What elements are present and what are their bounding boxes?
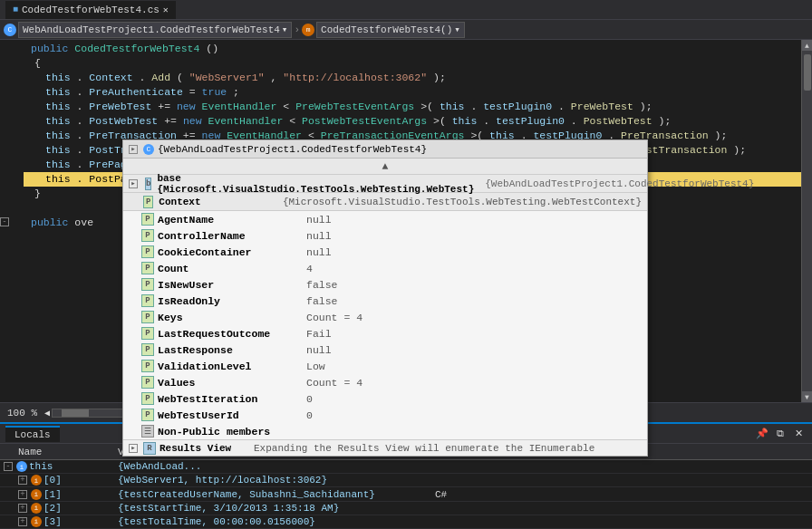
file-tab[interactable]: ■ CodedTestforWebTest4.cs ✕ (5, 1, 176, 19)
intellisense-path-text: {WebAndLoadTestProject1.CodedTestforWebT… (158, 144, 427, 155)
row3-value: {testTotalTime, 00:00:00.0156000} (118, 516, 435, 527)
row3-expand[interactable]: + (18, 517, 27, 526)
row1-icon: i (31, 489, 42, 500)
locals-row-0[interactable]: + i [0] {WebServer1, http://localhost:30… (0, 474, 812, 487)
title-bar: ■ CodedTestforWebTest4.cs ✕ (0, 0, 812, 20)
locals-float-btn[interactable]: ⧉ (772, 426, 788, 442)
prop-icon-count: P (141, 262, 154, 274)
this-name: this (29, 461, 53, 472)
locals-tab[interactable]: Locals (5, 426, 60, 442)
results-view-row[interactable]: ▸ R Results View Expanding the Results V… (123, 439, 647, 456)
breadcrumb-bar: C WebAndLoadTestProject1.CodedTestforWeb… (0, 20, 812, 40)
prop-agentname[interactable]: P AgentName null (123, 211, 647, 227)
file-tab-label: CodedTestforWebTest4.cs (22, 5, 160, 15)
results-expand[interactable]: ▸ (129, 444, 138, 453)
locals-toolbar: 📌 ⧉ ✕ (754, 426, 807, 442)
scroll-left-btn[interactable]: ◀ (44, 408, 50, 418)
prop-validationlevel[interactable]: P ValidationLevel Low (123, 358, 647, 374)
row0-expand[interactable]: + (18, 476, 27, 485)
intellisense-context-row[interactable]: P Context {Microsoft.VisualStudio.TestTo… (123, 193, 647, 211)
path-expand[interactable]: ▸ (129, 145, 138, 154)
left-gutter: - (0, 40, 16, 402)
prop-nonpropublic[interactable]: ☰ Non-Public members (123, 423, 647, 439)
row2-value: {testStartTime, 3/10/2013 1:35:18 AM} (118, 503, 435, 514)
scroll-down-arrow[interactable]: ▼ (802, 391, 813, 402)
prop-webtestIteration[interactable]: P WebTestIteration 0 (123, 390, 647, 407)
prop-cookiecontainer[interactable]: P CookieContainer null (123, 244, 647, 260)
breadcrumb-method[interactable]: CodedTestforWebTest4() ▾ (316, 22, 465, 38)
prop-isnewuser[interactable]: P IsNewUser false (123, 276, 647, 293)
expand-line1 (0, 42, 16, 56)
scroll-thumb[interactable] (804, 54, 811, 91)
expand-line-code2[interactable]: - (0, 216, 16, 230)
expand-line4 (0, 85, 16, 100)
collapse-icon[interactable]: - (0, 217, 9, 226)
base-expand[interactable]: ▸ (129, 179, 138, 188)
locals-row-1[interactable]: + i [1] {testCreatedUserName, Subashni_S… (0, 487, 812, 501)
code-line-1: public CodedTestforWebTest4 () (24, 42, 801, 56)
breadcrumb-method-arrow: ▾ (454, 24, 460, 35)
nonpropublic-icon: ☰ (141, 425, 154, 438)
breadcrumb-class[interactable]: WebAndLoadTestProject1.CodedTestforWebTe… (18, 22, 292, 38)
breadcrumb-method-icon: m (302, 24, 314, 36)
context-icon: P (143, 196, 153, 208)
locals-row-3[interactable]: + i [3] {testTotalTime, 00:00:00.0156000… (0, 515, 812, 529)
expand-line2 (0, 56, 16, 71)
prop-icon-lastrequestoutcome: P (141, 327, 154, 340)
prop-icon-isnewuser: P (141, 278, 154, 291)
context-label: Context (159, 197, 272, 207)
expand-line7 (0, 129, 16, 143)
results-label: Results View (160, 443, 250, 454)
file-tab-close[interactable]: ✕ (163, 5, 169, 15)
row3-name: [3] (44, 516, 62, 527)
intellisense-base-row[interactable]: ▸ b base {Microsoft.VisualStudio.TestToo… (123, 175, 647, 193)
row0-name: [0] (44, 475, 62, 486)
prop-icon-lastresponse: P (141, 343, 154, 356)
prop-isreadonly[interactable]: P IsReadOnly false (123, 293, 647, 309)
locals-pin-btn[interactable]: 📌 (754, 426, 770, 442)
locals-tab-label: Locals (14, 429, 51, 440)
breadcrumb-class-label: WebAndLoadTestProject1.CodedTestforWebTe… (23, 24, 280, 35)
locals-row-this[interactable]: - i this {WebAndLoad... (0, 460, 812, 474)
breadcrumb-method-label: CodedTestforWebTest4() (321, 24, 452, 35)
prop-lastrequestoutcome[interactable]: P LastRequestOutcome Fail (123, 325, 647, 341)
expand-line10 (0, 172, 16, 187)
prop-controllername[interactable]: P ControllerName null (123, 227, 647, 244)
prop-webtestuserid[interactable]: P WebTestUserId 0 (123, 407, 647, 423)
col-header-name: Name (0, 447, 118, 457)
code-line-2: { (24, 56, 801, 71)
prop-lastresponse[interactable]: P LastResponse null (123, 341, 647, 358)
prop-icon-isreadonly: P (141, 294, 154, 307)
expand-line11 (0, 187, 16, 201)
expand-line8 (0, 143, 16, 158)
this-value: {WebAndLoad... (118, 461, 435, 472)
prop-icon-cookiecontainer: P (141, 245, 154, 258)
intellisense-path-header: ▸ C {WebAndLoadTestProject1.CodedTestfor… (123, 140, 647, 159)
prop-icon-values: P (141, 376, 154, 389)
expand-line9 (0, 158, 16, 172)
editor-wrapper: - public CodedTestforWebTest4 () { (0, 40, 812, 529)
breadcrumb-icon: C (4, 24, 16, 36)
prop-icon-agentname: P (141, 213, 154, 226)
prop-icon-keys: P (141, 311, 154, 323)
code-line-6: this . PostWebTest += new EventHandler <… (24, 114, 801, 129)
this-expand[interactable]: - (4, 462, 13, 471)
results-icon: R (143, 442, 156, 455)
row2-name: [2] (44, 503, 62, 514)
row2-expand[interactable]: + (18, 504, 27, 513)
prop-values[interactable]: P Values Count = 4 (123, 374, 647, 390)
prop-keys[interactable]: P Keys Count = 4 (123, 309, 647, 325)
locals-close-btn[interactable]: ✕ (790, 426, 807, 442)
editor-scrollbar[interactable]: ▲ ▼ (801, 40, 812, 402)
scroll-up-arrow[interactable]: ▲ (802, 40, 813, 51)
locals-row-2[interactable]: + i [2] {testStartTime, 3/10/2013 1:35:1… (0, 502, 812, 515)
base-icon: b (145, 178, 151, 190)
results-description: Expanding the Results View will enumerat… (254, 443, 642, 454)
prop-icon-webtestuserid: P (141, 409, 154, 421)
prop-count[interactable]: P Count 4 (123, 260, 647, 276)
code-line-4: this . PreAuthenticate = true ; (24, 85, 801, 100)
row1-expand[interactable]: + (18, 490, 27, 499)
intellisense-popup: ▸ C {WebAndLoadTestProject1.CodedTestfor… (122, 139, 648, 457)
row3-icon: i (31, 516, 42, 527)
expand-line5 (0, 100, 16, 114)
